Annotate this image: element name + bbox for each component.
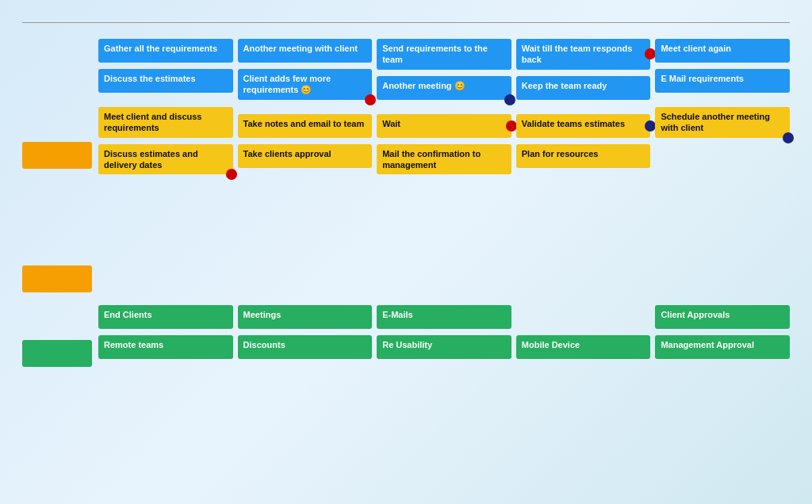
section-touchpoints: MeetingsDiscounts [238,305,373,362]
card: Discuss the estimates [98,69,233,93]
dot-red [645,48,656,59]
section-touchpoints: E-MailsRe Usability [377,305,511,362]
dot-darkblue [645,120,656,132]
section-actions: Meet client and discuss requirementsDisc… [98,107,233,178]
card: Client Approvals [655,305,790,329]
dot-red [226,169,237,180]
card: Wait [377,114,511,138]
card: Gather all the requirements [98,39,233,63]
card: E-Mails [377,305,511,329]
card: Plan for resources [516,144,651,168]
dot-darkblue [783,132,794,143]
card: Client adds few more requirements 😊 [238,69,373,100]
card: Meet client and discuss requirements [98,107,233,138]
label-column [22,39,92,367]
section-actions: Validate teams estimatesPlan for resourc… [516,114,651,171]
section-mindset: Gather all the requirementsDiscuss the e… [98,39,233,96]
column-col4: Wait till the team responds backKeep the… [516,39,651,367]
section-actions: Take notes and email to teamTake clients… [238,114,373,171]
card: Management Approval [655,335,790,359]
card: Re Usability [377,335,511,359]
column-col3: Send requirements to the teamAnother mee… [377,39,511,367]
column-col1: Gather all the requirementsDiscuss the e… [98,39,233,367]
card: E Mail requirements [655,69,790,93]
card: Meetings [238,305,373,329]
card: Remote teams [98,335,233,359]
card: Mail the confirmation to management [377,144,511,175]
card: Send requirements to the team [377,39,511,70]
card: Discounts [238,335,373,359]
column-col5: Meet client againE Mail requirementsSche… [655,39,790,367]
dot-red [506,120,517,132]
card: Wait till the team responds back [516,39,651,70]
card: Keep the team ready [516,76,651,100]
section-mindset: Send requirements to the teamAnother mee… [377,39,511,103]
dot-darkblue [504,94,515,105]
card: End Clients [98,305,233,329]
section-touchpoints: Mobile Device [516,335,651,362]
section-mindset: Another meeting with clientClient adds f… [238,39,373,103]
actions-label [22,265,92,292]
card: Mobile Device [516,335,651,359]
divider [22,22,790,23]
section-actions: Schedule another meeting with client [655,107,790,141]
header [22,14,790,17]
card: Another meeting 😊 [377,76,511,100]
page: Gather all the requirementsDiscuss the e… [0,0,812,504]
card: Another meeting with client [238,39,373,63]
column-col2: Another meeting with clientClient adds f… [238,39,373,367]
mindset-label [22,142,92,169]
journey-table: Gather all the requirementsDiscuss the e… [22,39,790,367]
section-mindset: Wait till the team responds backKeep the… [516,39,651,103]
section-touchpoints: End ClientsRemote teams [98,305,233,362]
card: Meet client again [655,39,790,63]
section-touchpoints: Client ApprovalsManagement Approval [655,305,790,362]
section-actions: WaitMail the confirmation to management [377,114,511,178]
card: Discuss estimates and delivery dates [98,144,233,175]
dot-red [365,94,376,105]
card: Schedule another meeting with client [655,107,790,138]
card: Take notes and email to team [238,114,373,138]
section-mindset: Meet client againE Mail requirements [655,39,790,96]
card: Validate teams estimates [516,114,651,138]
touchpoints-label [22,340,92,367]
card: Take clients approval [238,144,373,168]
